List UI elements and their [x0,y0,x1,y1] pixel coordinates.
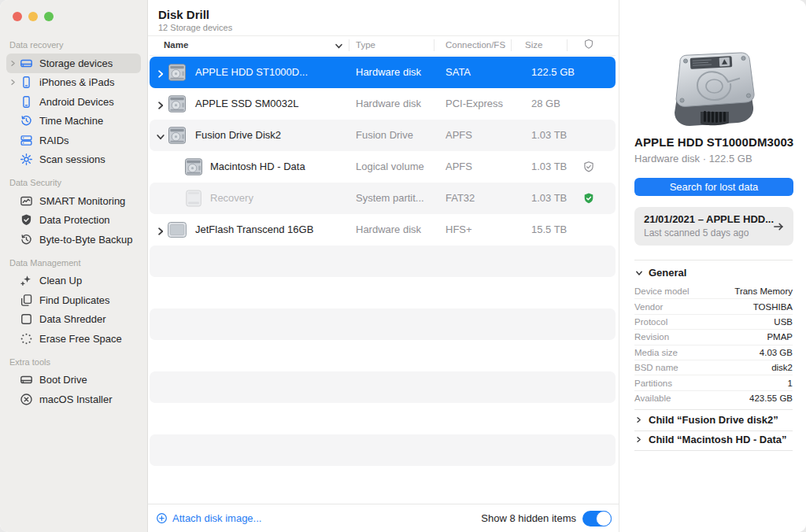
close-window-button[interactable] [13,12,22,21]
sidebar-item-find-duplicates[interactable]: Find Duplicates [6,290,141,310]
detail-label: Device model [634,286,690,296]
sidebar-item-raids[interactable]: RAIDs [6,131,141,150]
sidebar-item-label: Erase Free Space [39,333,122,345]
hidden-items-control: Show 8 hidden items [481,511,612,526]
table-row[interactable]: JetFlash Transcend 16GB Hardware disk HF… [148,214,619,246]
section-label-extra-tools: Extra tools [9,357,138,368]
detail-value: Trans Memory [734,286,793,296]
page-title: Disk Drill [158,8,209,21]
section-label-data-security: Data Security [9,177,138,188]
sidebar-item-label: Data Shredder [39,313,106,325]
last-scan-card[interactable]: 21/01/2021 – APPLE HDD... Last scanned 5… [634,207,793,246]
hdd-icon [183,158,204,175]
shield-check-green-icon[interactable] [582,192,595,205]
chevron-right-icon[interactable] [156,225,165,235]
general-section-header[interactable]: General [635,267,686,279]
device-details: Device modelTrans Memory VendorTOSHIBA P… [634,284,793,406]
empty-row [148,340,619,371]
shield-check-outline-icon[interactable] [582,161,595,174]
table-header: Name Type Connection/FS Size [148,36,619,55]
attach-disk-image-link[interactable]: Attach disk image... [156,512,261,524]
chevron-right-icon[interactable] [156,99,165,109]
detail-label: Partitions [634,379,672,388]
detail-label: Protocol [634,317,667,327]
divider [634,450,793,451]
raid-icon [20,134,33,147]
child-section-label: Child “Fusion Drive disk2” [649,414,778,426]
table-row[interactable]: Recovery System partit... FAT32 1.03 TB [148,183,619,214]
arrow-right-icon[interactable] [772,220,785,233]
divider [434,39,434,51]
empty-row [148,371,619,403]
sidebar-item-time-machine[interactable]: Time Machine [6,112,141,131]
chevron-right-icon[interactable] [8,60,18,67]
sidebar-item-data-shredder[interactable]: Data Shredder [6,310,141,330]
detail-value: disk2 [771,363,793,372]
search-for-lost-data-button[interactable]: Search for lost data [634,178,793,196]
child-section-fusion-drive[interactable]: Child “Fusion Drive disk2” [635,414,778,426]
sidebar-item-byte-to-byte-backup[interactable]: Byte-to-Byte Backup [6,230,141,249]
section-label-data-recovery: Data recovery [9,39,138,50]
detail-value: TOSHIBA [753,302,793,312]
empty-row [148,246,619,277]
detail-value: 4.03 GB [760,348,793,357]
sidebar-item-storage-devices[interactable]: Storage devices [6,54,141,73]
sidebar-item-label: RAIDs [39,135,69,146]
divider [567,39,568,51]
device-connection: HFS+ [446,224,472,235]
sidebar-item-boot-drive[interactable]: Boot Drive [6,371,141,390]
table-row[interactable]: Macintosh HD - Data Logical volume APFS … [148,151,619,183]
sidebar-item-macos-installer[interactable]: macOS Installer [6,390,141,409]
inspector-panel: APPLE HDD ST1000DM3003 Hardware disk · 1… [619,0,806,532]
sidebar-item-data-protection[interactable]: Data Protection [6,211,141,231]
sidebar-item-scan-sessions[interactable]: Scan sessions [6,150,141,170]
sidebar-item-erase-free-space[interactable]: Erase Free Space [6,329,141,349]
sidebar-item-label: Scan sessions [39,153,105,165]
child-section-macintosh-hd-data[interactable]: Child “Macintosh HD - Data” [635,434,787,445]
divider [634,430,793,431]
toggle-knob [596,511,612,526]
chevron-down-icon[interactable] [156,131,165,140]
chevron-down-icon [635,269,643,277]
phone-icon [20,95,33,109]
sort-chevron-down-icon[interactable] [335,42,343,50]
page-subtitle: 12 Storage devices [158,23,232,32]
table-row[interactable]: Fusion Drive Disk2 Fusion Drive APFS 1.0… [148,120,619,151]
divider [511,39,512,51]
sidebar-item-clean-up[interactable]: Clean Up [6,272,141,291]
chevron-right-icon [635,416,642,423]
column-header-connection[interactable]: Connection/FS [446,40,505,50]
show-hidden-items-toggle[interactable] [582,511,612,526]
gear-icon [20,153,33,166]
hidden-items-label: Show 8 hidden items [481,512,576,524]
shield-icon[interactable] [583,39,594,50]
device-title: APPLE HDD ST1000DM3003 [634,135,793,149]
hdd-icon [167,127,187,144]
sidebar-item-label: Storage devices [39,57,113,69]
detail-value: 423.55 GB [749,393,793,403]
sidebar-item-label: Time Machine [39,115,103,127]
sidebar-item-iphones-ipads[interactable]: iPhones & iPads [6,73,141,93]
column-header-name[interactable]: Name [164,40,188,50]
sidebar-item-label: Android Devices [39,96,114,108]
sidebar-item-label: macOS Installer [39,393,112,405]
minimize-window-button[interactable] [28,12,38,21]
detail-label: Available [634,393,671,403]
device-type: Fusion Drive [356,129,413,141]
sidebar-item-smart-monitoring[interactable]: SMART Monitoring [6,191,141,211]
column-header-type[interactable]: Type [356,40,375,50]
empty-row [148,308,619,340]
table-row[interactable]: APPLE HDD ST1000D... Hardware disk SATA … [148,57,619,88]
table-row[interactable]: APPLE SSD SM0032L Hardware disk PCI-Expr… [148,88,619,120]
chevron-right-icon[interactable] [8,79,18,86]
shield-check-icon [20,213,33,227]
device-name: APPLE SSD SM0032L [195,98,299,109]
sidebar-nav: Data recovery Storage devices iPhones & … [0,35,147,409]
chevron-right-icon[interactable] [156,68,165,77]
device-name: Recovery [210,192,253,204]
device-size: 1.03 TB [531,129,567,141]
sidebar-item-android-devices[interactable]: Android Devices [6,92,141,112]
column-header-size[interactable]: Size [525,40,542,50]
zoom-window-button[interactable] [44,12,54,21]
window-controls [13,12,54,21]
